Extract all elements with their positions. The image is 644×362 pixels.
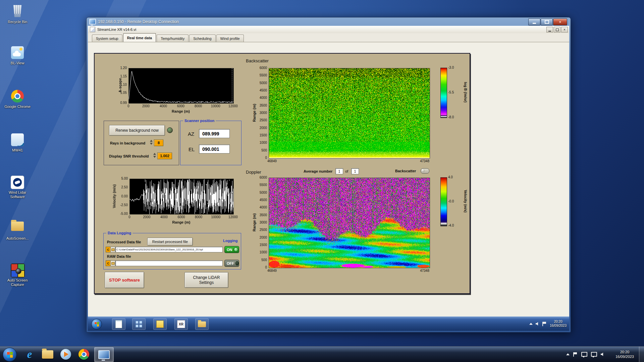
backscatter-colorbar	[440, 68, 447, 118]
backscatter-ytick: 5000	[253, 81, 267, 85]
doppler-colorbar	[440, 177, 447, 226]
processed-path-drive[interactable]: C	[106, 247, 111, 252]
processed-path-field[interactable]: C:\Lidar\Data\Proc\2023\202309\20230916\…	[115, 247, 223, 252]
remote-start-button[interactable]	[91, 319, 102, 329]
taskbar-media-player[interactable]	[57, 347, 74, 361]
remote-clock[interactable]: 20:20 16/09/2023	[550, 320, 567, 328]
doppler-colorbar-tick: 4.0	[448, 176, 460, 179]
backscatter-xtick-right: 47348	[411, 160, 429, 163]
az-value[interactable]: 089.999	[199, 129, 230, 138]
remote-taskbar-explorer[interactable]	[195, 318, 209, 330]
data-logging-group: Data Logging Processed Data file Restart…	[103, 233, 241, 269]
backscatter-ytick: 500	[253, 149, 267, 152]
instrument-panel: Backscatter Doppler 1.201.151.101.050.99…	[94, 53, 470, 294]
rays-spinner[interactable]	[150, 139, 153, 145]
raw-data-file-label: RAW Data file	[107, 254, 131, 258]
remote-action-center-icon[interactable]	[542, 322, 547, 326]
desktop-icon-recycle-bin[interactable]: Recycle Bin	[3, 4, 32, 24]
tab-system-setup[interactable]: System setup	[92, 35, 122, 42]
rays-value[interactable]: 8	[154, 139, 163, 146]
taskbar-file-explorer[interactable]	[39, 347, 56, 361]
a-scope-xtick: 12000	[226, 105, 240, 108]
taskbar-remote-desktop-active[interactable]	[94, 347, 114, 362]
grid-icon	[136, 321, 142, 327]
raw-path-field[interactable]	[115, 260, 223, 266]
labview-titlebar[interactable]: StreamLine XR v14-6.vi ×	[88, 26, 569, 34]
remote-taskbar-remote-app[interactable]	[132, 318, 146, 330]
desktop-icon-auto-screen-capture[interactable]: Auto Screen Capture	[3, 263, 32, 287]
desktop-icon-autoscreen[interactable]: AutoScreen...	[3, 220, 32, 241]
restart-processed-file-button[interactable]: Restart processed file	[147, 238, 193, 246]
velocity-xtick: 0	[122, 216, 137, 219]
remote-taskbar-notes[interactable]	[153, 318, 167, 330]
rdp-close-button[interactable]: ×	[553, 18, 567, 25]
show-desktop-button[interactable]	[639, 347, 644, 362]
rdp-window: 192.168.0.150 - Remote Desktop Connectio…	[86, 17, 571, 333]
vi-title: StreamLine XR v14-6.vi	[97, 27, 136, 32]
backscatter-toggle[interactable]	[421, 168, 429, 174]
tab-real-time-data[interactable]: Real time data	[123, 33, 156, 42]
change-lidar-settings-button[interactable]: Change LiDAR Settings	[184, 272, 228, 288]
taskbar: e 20:20 16/09/2023	[0, 346, 644, 362]
backscatter-ytick: 1000	[253, 141, 267, 144]
tab-wind-profile[interactable]: Wind profile	[216, 35, 244, 42]
windows-flag-icon	[7, 352, 13, 358]
average-total-value[interactable]: 1	[351, 168, 359, 174]
media-player-icon	[60, 349, 71, 360]
desktop-icon-mw41[interactable]: MW41	[3, 133, 32, 153]
renew-background-button[interactable]: Renew background now	[109, 125, 165, 136]
start-button[interactable]	[3, 348, 17, 362]
desktop-icon-google-chrome[interactable]: Google Chrome	[3, 90, 32, 109]
taskbar-chrome[interactable]	[75, 347, 93, 361]
vi-restore-button[interactable]	[554, 27, 560, 33]
doppler-ytick: 1000	[253, 251, 267, 254]
rdp-status-icon[interactable]	[581, 352, 587, 357]
doppler-ytick: 5500	[253, 183, 267, 187]
window-icon	[115, 320, 122, 328]
action-center-flag-icon[interactable]	[573, 352, 578, 357]
clock[interactable]: 20:20 16/09/2023	[615, 347, 634, 362]
velocity-xtick: 2000	[140, 216, 154, 219]
a-scope-xtick: 2000	[139, 105, 153, 108]
rdp-titlebar[interactable]: 192.168.0.150 - Remote Desktop Connectio…	[88, 17, 569, 26]
desktop-icon-bl-view[interactable]: BL-View	[3, 46, 32, 65]
auto-screen-capture-icon	[11, 263, 25, 278]
vi-close-button[interactable]: ×	[561, 27, 568, 33]
remote-clock-date: 16/09/2023	[550, 324, 567, 328]
velocity-chart: 5.002.500.00-2.50-5.00020004000600080001…	[105, 175, 240, 230]
raw-logging-toggle[interactable]: OFF	[224, 260, 239, 267]
remote-taskbar-app-window[interactable]	[112, 318, 125, 330]
rdp-maximize-button[interactable]	[541, 18, 553, 25]
average-number-value[interactable]: 1	[335, 168, 343, 174]
stop-software-button[interactable]: STOP software	[105, 272, 144, 288]
remote-desktop-icon	[98, 350, 110, 359]
processed-logging-toggle[interactable]: ON	[224, 246, 239, 253]
snr-value[interactable]: 1.002	[157, 153, 172, 159]
remote-volume-icon[interactable]	[536, 322, 539, 326]
remote-taskbar-streamline-xr[interactable]: XR	[174, 318, 188, 330]
snr-spinner[interactable]	[153, 153, 156, 158]
tab-temp-humidity[interactable]: Temp/humidity	[157, 35, 189, 42]
vi-minimize-button[interactable]	[546, 27, 553, 33]
processed-path-browse-icon[interactable]	[110, 247, 115, 252]
raw-path-drive[interactable]: C	[106, 260, 111, 266]
raw-path-browse-icon[interactable]	[110, 260, 115, 266]
el-value[interactable]: 090.001	[199, 144, 230, 154]
desktop-icon-label: BL-View	[3, 61, 32, 65]
doppler-colorbar-tick: -0.0	[448, 200, 460, 203]
labview-window: StreamLine XR v14-6.vi × System setup Re…	[88, 26, 569, 317]
tab-scheduling[interactable]: Scheduling	[189, 35, 215, 42]
backscatter-colorbar-tick: -5.5	[448, 91, 460, 94]
network-icon[interactable]	[591, 352, 597, 357]
taskbar-internet-explorer[interactable]: e	[21, 347, 38, 361]
remote-tray-chevron-icon[interactable]	[529, 323, 533, 325]
tray-chevron-icon[interactable]	[566, 353, 570, 355]
a-scope-ylabel: A-scope	[118, 65, 122, 106]
doppler-colorbar-tick: -4.0	[448, 224, 460, 227]
volume-icon[interactable]	[601, 352, 604, 356]
vi-front-panel: Backscatter Doppler 1.201.151.101.050.99…	[88, 42, 569, 317]
rdp-minimize-button[interactable]	[528, 18, 540, 25]
doppler-ylabel: Range (m)	[253, 196, 256, 249]
desktop-icon-wind-lidar[interactable]: Wind Lidar Software	[3, 176, 32, 199]
clock-date: 16/09/2023	[615, 354, 634, 359]
